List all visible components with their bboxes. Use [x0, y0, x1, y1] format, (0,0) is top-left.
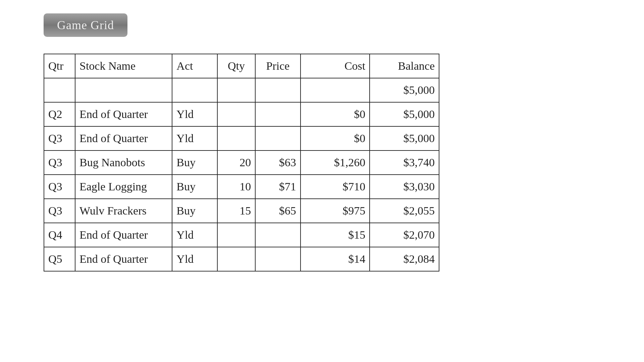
cell-cost: $14 [301, 247, 370, 271]
cell-qty [217, 247, 256, 271]
cell-qtr: Q2 [44, 102, 75, 126]
cell-name: End of Quarter [75, 126, 172, 150]
cell-balance: $2,084 [370, 247, 439, 271]
cell-cost: $710 [301, 175, 370, 199]
table-row: Q3Wulv FrackersBuy15$65$975$2,055 [44, 199, 439, 223]
cell-qty [217, 223, 256, 247]
column-header-row: Qtr Stock Name Act Qty Price Cost Balanc… [44, 54, 439, 78]
header-cost: Cost [301, 54, 370, 78]
cell-qty [217, 78, 256, 102]
table-row: Q5End of QuarterYld$14$2,084 [44, 247, 439, 271]
cell-act [172, 78, 217, 102]
cell-price [255, 78, 300, 102]
cell-balance: $2,070 [370, 223, 439, 247]
header-price: Price [255, 54, 300, 78]
cell-qtr [44, 78, 75, 102]
cell-balance: $3,740 [370, 150, 439, 175]
cell-balance: $2,055 [370, 199, 439, 223]
cell-name: End of Quarter [75, 247, 172, 271]
cell-balance: $3,030 [370, 175, 439, 199]
header-balance: Balance [370, 54, 439, 78]
cell-qtr: Q3 [44, 150, 75, 175]
game-grid-table: Qtr Stock Name Act Qty Price Cost Balanc… [44, 54, 439, 272]
cell-cost: $975 [301, 199, 370, 223]
cell-price [255, 102, 300, 126]
cell-balance: $5,000 [370, 78, 439, 102]
table-row: Q3Bug NanobotsBuy20$63$1,260$3,740 [44, 150, 439, 175]
cell-qtr: Q3 [44, 175, 75, 199]
cell-cost [301, 78, 370, 102]
header-stock-name: Stock Name [75, 54, 172, 78]
cell-name [75, 78, 172, 102]
cell-act: Yld [172, 247, 217, 271]
cell-qtr: Q4 [44, 223, 75, 247]
cell-name: End of Quarter [75, 102, 172, 126]
cell-act: Yld [172, 223, 217, 247]
cell-act: Buy [172, 175, 217, 199]
cell-balance: $5,000 [370, 102, 439, 126]
cell-act: Yld [172, 126, 217, 150]
table-row: Q4End of QuarterYld$15$2,070 [44, 223, 439, 247]
cell-qtr: Q5 [44, 247, 75, 271]
cell-price [255, 223, 300, 247]
cell-price: $63 [255, 150, 300, 175]
cell-qty: 15 [217, 199, 256, 223]
cell-cost: $1,260 [301, 150, 370, 175]
header-qty: Qty [217, 54, 256, 78]
cell-qty [217, 102, 256, 126]
table-row: $5,000 [44, 78, 439, 102]
cell-act: Yld [172, 102, 217, 126]
cell-cost: $0 [301, 102, 370, 126]
cell-cost: $0 [301, 126, 370, 150]
table-row: Q3End of QuarterYld$0$5,000 [44, 126, 439, 150]
table-row: Q2End of QuarterYld$0$5,000 [44, 102, 439, 126]
game-grid-title: Game Grid [44, 13, 127, 37]
cell-balance: $5,000 [370, 126, 439, 150]
cell-name: Bug Nanobots [75, 150, 172, 175]
cell-qtr: Q3 [44, 199, 75, 223]
cell-price: $65 [255, 199, 300, 223]
cell-act: Buy [172, 199, 217, 223]
table-row: Q3Eagle LoggingBuy10$71$710$3,030 [44, 175, 439, 199]
header-act: Act [172, 54, 217, 78]
cell-price: $71 [255, 175, 300, 199]
header-qtr: Qtr [44, 54, 75, 78]
cell-price [255, 126, 300, 150]
cell-qty: 10 [217, 175, 256, 199]
cell-name: Wulv Frackers [75, 199, 172, 223]
cell-name: End of Quarter [75, 223, 172, 247]
cell-price [255, 247, 300, 271]
cell-cost: $15 [301, 223, 370, 247]
cell-qtr: Q3 [44, 126, 75, 150]
cell-qty: 20 [217, 150, 256, 175]
cell-act: Buy [172, 150, 217, 175]
cell-qty [217, 126, 256, 150]
cell-name: Eagle Logging [75, 175, 172, 199]
